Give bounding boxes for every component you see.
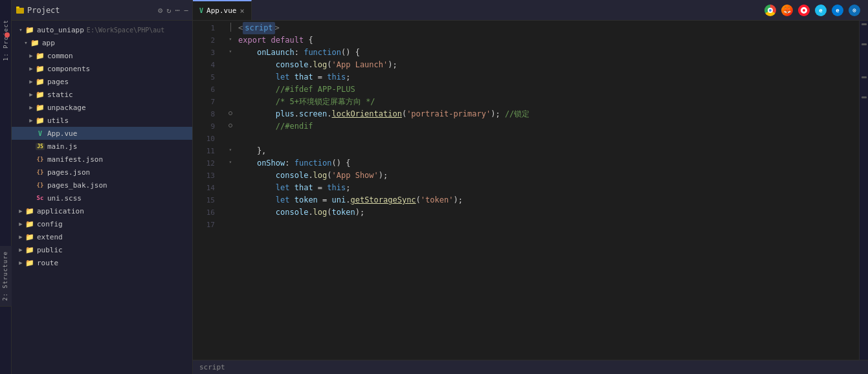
code-line-9: //#endif [236, 120, 859, 133]
pagesjson-file-icon: {} [35, 167, 45, 177]
pages-label: pages [47, 78, 69, 86]
code-line-1: <script> [236, 22, 859, 34]
ln-2: 2 [193, 34, 220, 47]
application-folder-icon: 📁 [25, 206, 35, 216]
ln-5: 5 [193, 71, 220, 83]
code-line-2: export default { [236, 34, 859, 47]
tree-item-pages-bak[interactable]: {} pages_bak.json [12, 179, 192, 192]
project-tab-label[interactable]: 1: Project [3, 19, 9, 61]
tree-item-components[interactable]: ▶ 📁 components [12, 62, 192, 75]
public-arrow: ▶ [17, 247, 25, 253]
fold-3[interactable]: ▾ [227, 49, 234, 54]
unpackage-folder-icon: 📁 [35, 102, 45, 113]
ie-icon[interactable]: e [815, 5, 827, 16]
appvue-label: App.vue [47, 129, 77, 138]
fold-2[interactable]: ▾ [227, 36, 234, 42]
tree-item-public[interactable]: ▶ 📁 public [12, 243, 192, 256]
config-folder-icon: 📁 [25, 219, 35, 229]
utils-label: utils [47, 116, 69, 125]
ln-14: 14 [193, 182, 220, 194]
ln-17: 17 [193, 219, 220, 231]
components-label: components [47, 65, 90, 73]
unpackage-label: unpackage [47, 104, 86, 112]
extend-arrow: ▶ [17, 234, 25, 240]
opera-icon[interactable] [798, 5, 810, 16]
svg-rect-1 [16, 6, 19, 8]
ln-16: 16 [193, 206, 220, 219]
tree-item-extend[interactable]: ▶ 📁 extend [12, 230, 192, 243]
fold-12[interactable]: ▾ [227, 159, 234, 165]
ln-8: 8 [193, 108, 220, 120]
browser-icons: 🦊 e e ⊙ [757, 0, 868, 20]
tree-item-config[interactable]: ▶ 📁 config [12, 217, 192, 230]
unpackage-arrow: ▶ [27, 104, 35, 111]
code-line-8: plus.screen.lockOrientation('portrait-pr… [236, 108, 859, 120]
pagesjson-arrow [27, 169, 35, 175]
tree-item-manifest[interactable]: {} manifest.json [12, 153, 192, 166]
chrome-icon[interactable] [764, 5, 776, 16]
public-folder-icon: 📁 [25, 245, 35, 255]
code-line-12: onShow: function() { [236, 157, 859, 170]
mainjs-arrow [27, 143, 35, 149]
tree-item-application[interactable]: ▶ 📁 application [12, 204, 192, 217]
fold-8[interactable] [228, 111, 232, 115]
file-tree: ▾ 📁 auto_uniapp E:\WorkSpace\PHP\aut ▾ 📁… [12, 21, 192, 374]
static-label: static [47, 91, 73, 99]
ln-12: 12 [193, 157, 220, 170]
minimize-icon[interactable]: − [184, 6, 188, 15]
tab-app-vue[interactable]: V App.vue × [193, 0, 252, 20]
outer-left-bar: 1: Project [0, 0, 12, 374]
firefox-icon[interactable]: 🦊 [781, 5, 793, 16]
config-label: config [37, 220, 63, 228]
tree-root[interactable]: ▾ 📁 auto_uniapp E:\WorkSpace\PHP\aut [12, 23, 192, 36]
ln-4: 4 [193, 59, 220, 71]
app-arrow: ▾ [22, 39, 30, 46]
tree-item-pages[interactable]: ▶ 📁 pages [12, 75, 192, 88]
gutter: ▾ ▾ ▾ ▾ [225, 21, 236, 360]
code-line-14: let that = this; [236, 182, 859, 194]
tree-item-app[interactable]: ▾ 📁 app [12, 36, 192, 49]
tree-item-app-vue[interactable]: V App.vue [12, 127, 192, 140]
ln-1: 1 [193, 22, 220, 34]
ln-13: 13 [193, 170, 220, 182]
tree-item-static[interactable]: ▶ 📁 static [12, 88, 192, 101]
code-line-11: }, [236, 145, 859, 157]
tree-item-route[interactable]: ▶ 📁 route [12, 256, 192, 269]
tab-close-button[interactable]: × [239, 6, 244, 16]
common-arrow: ▶ [27, 52, 35, 59]
extend-folder-icon: 📁 [25, 232, 35, 242]
tree-item-main-js[interactable]: JS main.js [12, 140, 192, 153]
more-icon[interactable]: ⋯ [175, 6, 180, 15]
code-line-3: onLaunch: function() { [236, 47, 859, 59]
tree-item-utils[interactable]: ▶ 📁 utils [12, 114, 192, 127]
fold-9[interactable] [228, 124, 232, 127]
ln-6: 6 [193, 83, 220, 96]
vue-file-icon: V [35, 128, 45, 138]
folder-icon [16, 6, 25, 15]
extend-label: extend [37, 233, 63, 241]
edge-legacy-icon[interactable]: e [832, 5, 843, 16]
common-folder-icon: 📁 [35, 50, 45, 61]
application-arrow: ▶ [17, 208, 25, 214]
static-folder-icon: 📁 [35, 89, 45, 100]
refresh-icon[interactable]: ↻ [166, 6, 171, 15]
fold-11[interactable]: ▾ [227, 147, 234, 153]
right-scrollbar[interactable] [859, 21, 868, 360]
settings-icon[interactable]: ⚙ [158, 6, 162, 15]
structure-tab[interactable]: 2: Structure [0, 246, 12, 307]
scrollbar-indicator-1 [862, 23, 867, 25]
tree-item-pages-json[interactable]: {} pages.json [12, 166, 192, 179]
scrollbar-indicator-3 [862, 76, 867, 78]
tree-item-uni-scss[interactable]: Sc uni.scss [12, 192, 192, 204]
tree-item-unpackage[interactable]: ▶ 📁 unpackage [12, 101, 192, 114]
code-line-7: /* 5+环境锁定屏幕方向 */ [236, 96, 859, 108]
ln-11: 11 [193, 145, 220, 157]
appvue-arrow [27, 130, 35, 137]
pagesjson-label: pages.json [47, 168, 90, 177]
static-arrow: ▶ [27, 91, 35, 98]
code-content[interactable]: <script> export default { onLaunch: func… [236, 21, 859, 360]
app-folder-icon: 📁 [30, 38, 40, 48]
tree-item-common[interactable]: ▶ 📁 common [12, 49, 192, 62]
edge-icon[interactable]: ⊙ [849, 5, 860, 16]
tab-label: App.vue [206, 6, 236, 15]
